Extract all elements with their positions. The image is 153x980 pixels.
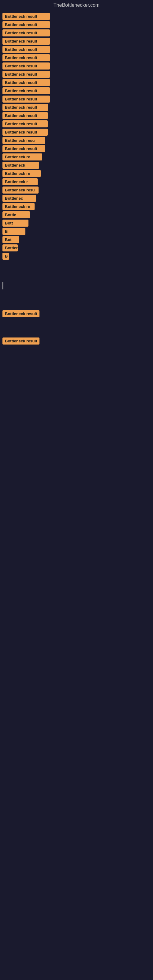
bottleneck-badge: Bottlenec: [2, 195, 36, 202]
list-item[interactable]: B: [2, 228, 151, 235]
bottleneck-badge: Bottleneck re: [2, 203, 35, 210]
bottleneck-badge: B: [2, 253, 9, 260]
bottleneck-badge: Bottleneck result: [2, 62, 50, 70]
bottom-section: Bottleneck result Bottleneck result: [0, 310, 153, 345]
empty-space: [0, 261, 153, 279]
bottleneck-badge: Bottleneck result: [2, 46, 50, 53]
bottleneck-badge: Bottleneck result: [2, 29, 50, 37]
list-item[interactable]: Bottleneck r: [2, 178, 151, 185]
bottleneck-badge: Bottleneck re: [2, 170, 41, 177]
list-item[interactable]: Bottler: [2, 244, 151, 251]
list-item[interactable]: Bottleneck resu: [2, 186, 151, 194]
list-item[interactable]: Bottlenec: [2, 195, 151, 202]
list-item[interactable]: Bottleneck re: [2, 170, 151, 177]
list-item[interactable]: Bottleneck result: [2, 71, 151, 78]
site-title: TheBottlenecker.com: [0, 0, 153, 10]
bottleneck-badge: Bott: [2, 220, 29, 227]
bottleneck-badge: Bottleneck result: [2, 21, 50, 28]
list-item[interactable]: Bottleneck result: [2, 13, 151, 20]
spacer: [0, 320, 153, 335]
list-item[interactable]: Bottle: [2, 211, 151, 218]
list-item[interactable]: Bottleneck resu: [2, 137, 151, 144]
list-item[interactable]: Bottleneck re: [2, 153, 151, 161]
list-item[interactable]: Bottleneck result: [2, 29, 151, 37]
list-item[interactable]: Bottleneck result: [2, 95, 151, 103]
bottleneck-list: Bottleneck result Bottleneck result Bott…: [0, 10, 153, 345]
list-item[interactable]: Bottleneck result: [2, 21, 151, 28]
list-item[interactable]: Bottleneck result: [2, 87, 151, 94]
bottleneck-badge: Bottleneck resu: [2, 137, 45, 144]
list-item[interactable]: Bottleneck: [2, 162, 151, 169]
bottleneck-badge: Bottleneck result: [2, 87, 50, 94]
list-item[interactable]: Bottleneck result: [2, 38, 151, 45]
bottleneck-badge: B: [2, 228, 26, 235]
bottleneck-badge: Bottleneck result: [2, 337, 40, 345]
bottleneck-badge: Bottleneck result: [2, 310, 40, 317]
bottleneck-badge: Bottleneck result: [2, 79, 50, 86]
bottleneck-badge: Bottleneck result: [2, 38, 50, 45]
list-item[interactable]: Bottleneck result: [2, 310, 151, 317]
bottleneck-badge: Bottleneck result: [2, 112, 48, 119]
bottleneck-badge: Bottler: [2, 244, 18, 251]
list-item[interactable]: Bottleneck result: [2, 120, 151, 127]
bottleneck-badge: Bottleneck result: [2, 145, 45, 152]
bottleneck-badge: Bottleneck resu: [2, 186, 38, 194]
list-item[interactable]: Bottleneck re: [2, 203, 151, 210]
bottleneck-badge: Bottleneck result: [2, 54, 50, 61]
bottleneck-badge: Bottleneck result: [2, 13, 50, 20]
bottleneck-badge: Bottleneck r: [2, 178, 38, 185]
list-item[interactable]: Bottleneck result: [2, 337, 151, 345]
list-item[interactable]: Bottleneck result: [2, 104, 151, 111]
spacer: [0, 292, 153, 304]
bottleneck-badge: Bottleneck result: [2, 120, 48, 127]
bottleneck-badge: Bottleneck result: [2, 129, 48, 136]
bottleneck-badge: Bottleneck: [2, 162, 39, 169]
bottleneck-badge: Bottleneck re: [2, 153, 42, 161]
list-item[interactable]: Bottleneck result: [2, 112, 151, 119]
list-item[interactable]: Bottleneck result: [2, 46, 151, 53]
list-item[interactable]: Bottleneck result: [2, 54, 151, 61]
list-item[interactable]: Bottleneck result: [2, 79, 151, 86]
bottleneck-badge: Bot: [2, 236, 19, 243]
bottleneck-badge: Bottle: [2, 211, 30, 218]
bottleneck-badge: Bottleneck result: [2, 104, 48, 111]
list-item[interactable]: Bottleneck result: [2, 145, 151, 152]
bottleneck-badge: Bottleneck result: [2, 71, 50, 78]
bottleneck-badge: Bottleneck result: [2, 95, 50, 103]
cursor-indicator: [2, 282, 3, 290]
list-item[interactable]: Bottleneck result: [2, 129, 151, 136]
list-item[interactable]: Bottleneck result: [2, 62, 151, 70]
list-item[interactable]: Bot: [2, 236, 151, 243]
list-item[interactable]: Bott: [2, 220, 151, 227]
list-item[interactable]: B: [2, 253, 151, 260]
